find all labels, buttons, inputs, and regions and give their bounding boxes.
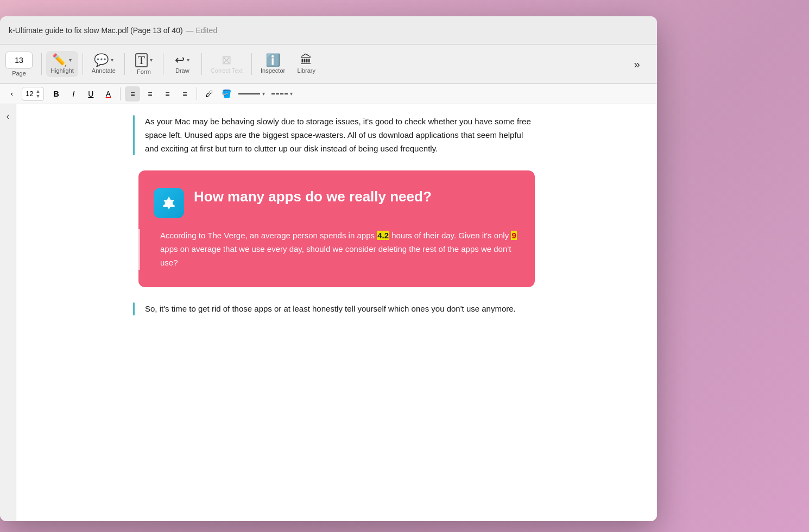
annotate-label: Annotate [92,67,116,74]
library-label: Library [297,67,315,74]
page-content: As your Mac may be behaving slowly due t… [138,115,535,315]
app-store-icon [154,188,184,218]
more-button[interactable]: » [622,55,652,73]
fill-button[interactable]: 🪣 [219,86,234,102]
bold-button[interactable]: B [48,86,64,102]
page-input-group: 13 Page [5,52,33,77]
window-title: k-Ultimate guide to fix slow Mac.pdf (Pa… [9,26,183,35]
dash-arrow: ▾ [290,91,293,97]
back-button[interactable]: ‹ [4,86,20,102]
library-icon: 🏛 [300,54,312,66]
sec-divider-1 [120,87,121,100]
pen-tool-button[interactable]: 🖊 [201,86,217,102]
underline-button[interactable]: U [83,86,98,102]
annotate-icon: 💬 [94,54,109,66]
draw-label: Draw [175,67,189,74]
sidebar-collapse-icon[interactable]: ‹ [4,109,12,124]
card-text-after: apps on average that we use every day, s… [160,244,511,267]
draw-icon: ↩ [175,54,185,66]
page-number-input[interactable]: 13 [5,52,33,69]
more-icon: » [634,59,640,69]
draw-tool-button[interactable]: ↩ ▾ Draw [168,51,197,77]
svg-rect-0 [163,205,175,207]
toolbar-divider-2 [83,53,83,75]
text-color-button[interactable]: A [100,86,116,102]
correct-text-button[interactable]: ⊠ Correct Text [206,51,247,77]
secondary-toolbar: ‹ 12 ▲▼ B I U A ≡ ≡ ≡ ≡ 🖊 🪣 ▾ ▾ [0,84,657,104]
form-arrow-icon: ▾ [150,57,153,63]
pdf-page[interactable]: As your Mac may be behaving slowly due t… [16,104,657,521]
dash-style-group: ▾ [269,91,295,97]
inspector-label: Inspector [261,67,285,74]
font-size-value: 12 [26,90,33,98]
bottom-paragraph: So, it's time to get rid of those apps o… [138,302,535,316]
highlight-icon: ✏️ [52,54,67,66]
form-label: Form [137,68,151,75]
card-highlight-2: 9 [511,231,516,240]
align-center-button[interactable]: ≡ [142,86,157,102]
italic-button[interactable]: I [66,86,81,102]
annotate-arrow-icon: ▾ [111,57,113,63]
draw-arrow-icon: ▾ [187,57,189,63]
title-bar: k-Ultimate guide to fix slow Mac.pdf (Pa… [0,16,657,45]
form-tool-button[interactable]: T ▾ Form [129,50,159,78]
card-title: How many apps do we really need? [194,188,432,206]
font-size-selector[interactable]: 12 ▲▼ [22,87,44,101]
align-left-button[interactable]: ≡ [125,86,140,102]
align-right-button[interactable]: ≡ [160,86,175,102]
line-preview [238,93,260,94]
edited-label: — Edited [186,26,218,35]
intro-paragraph: As your Mac may be behaving slowly due t… [138,115,535,155]
bottom-accent [133,302,135,316]
card-highlight-1: 4.2 [377,231,389,240]
dash-preview [271,93,288,94]
intro-accent [133,115,135,155]
highlight-tool-button[interactable]: ✏️ ▾ Highlight [46,51,78,77]
toolbar-divider-6 [251,53,252,75]
page-label: Page [12,70,26,77]
pink-card: How many apps do we really need? Accordi… [138,170,535,287]
correct-text-label: Correct Text [211,67,243,74]
main-toolbar: 13 Page ✏️ ▾ Highlight 💬 ▾ Annotate T [0,45,657,84]
highlight-arrow-icon: ▾ [69,57,72,63]
correct-text-icon: ⊠ [222,54,231,66]
card-text-before: According to The Verge, an average perso… [160,231,377,240]
toolbar-divider-5 [201,53,202,75]
line-style-group: ▾ [236,91,267,97]
bottom-text: So, it's time to get rid of those apps o… [145,302,535,316]
align-justify-button[interactable]: ≡ [177,86,192,102]
card-text-middle: hours of their day. Given it's only [389,231,511,240]
toolbar-divider-4 [163,53,163,75]
card-header: How many apps do we really need? [154,188,520,218]
highlight-label: Highlight [50,67,74,74]
font-size-arrows: ▲▼ [35,89,40,99]
card-left-accent [138,229,140,269]
line-arrow: ▾ [262,91,265,97]
main-content: ‹ As your Mac may be behaving slowly due… [0,104,657,521]
inspector-icon: ℹ️ [266,54,280,66]
library-button[interactable]: 🏛 Library [292,51,321,77]
inspector-button[interactable]: ℹ️ Inspector [256,51,289,77]
toolbar-divider-1 [41,53,42,75]
card-body: According to The Verge, an average perso… [154,229,520,269]
app-window: k-Ultimate guide to fix slow Mac.pdf (Pa… [0,16,657,521]
left-sidebar: ‹ [0,104,16,521]
form-icon: T [135,53,148,67]
toolbar-divider-3 [124,53,125,75]
annotate-tool-button[interactable]: 💬 ▾ Annotate [87,51,120,77]
sec-divider-2 [197,87,197,100]
intro-text: As your Mac may be behaving slowly due t… [145,115,535,155]
